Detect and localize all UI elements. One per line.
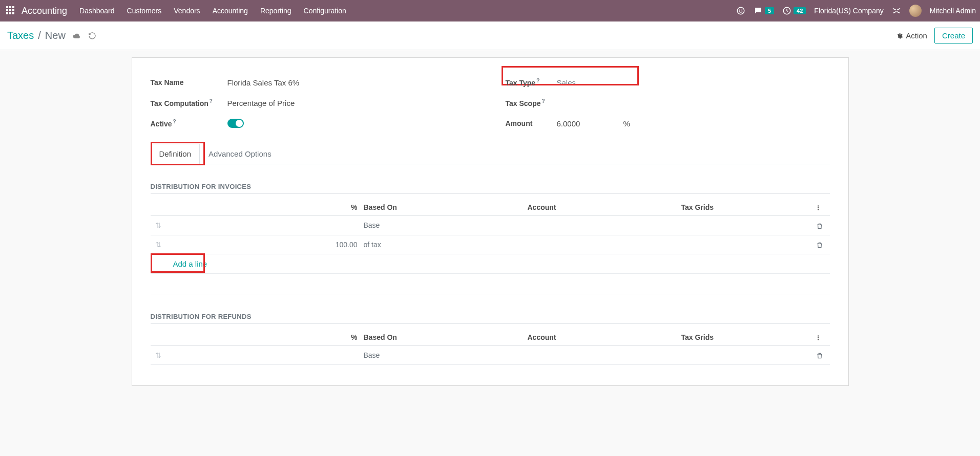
trash-icon[interactable]: [816, 241, 823, 249]
nav-item-reporting[interactable]: Reporting: [260, 7, 291, 15]
settings-icon[interactable]: [812, 203, 820, 211]
svg-point-0: [737, 7, 744, 14]
col-account: Account: [525, 199, 678, 216]
field-amount: Amount 6.0000 %: [506, 113, 830, 134]
company-selector[interactable]: Florida(US) Company: [814, 7, 883, 15]
activities-button[interactable]: 42: [782, 6, 806, 15]
nav-item-accounting[interactable]: Accounting: [213, 7, 248, 15]
col-tax-grids: Tax Grids: [678, 329, 809, 346]
field-tax-name: Tax Name Florida Sales Tax 6%: [151, 72, 475, 93]
cell-based-on[interactable]: of tax: [361, 235, 525, 254]
amount-unit: %: [623, 119, 630, 128]
avatar[interactable]: [909, 5, 922, 17]
create-button[interactable]: Create: [934, 28, 973, 44]
tax-computation-value[interactable]: Percentage of Price: [227, 99, 295, 107]
table-row[interactable]: ⇅ Base: [151, 216, 830, 235]
cell-tax-grids[interactable]: [678, 235, 809, 254]
svg-point-9: [817, 339, 818, 340]
drag-handle-icon[interactable]: ⇅: [155, 241, 161, 249]
control-panel-right: Action Create: [896, 28, 973, 44]
help-icon[interactable]: ?: [542, 98, 545, 104]
app-brand[interactable]: Accounting: [22, 6, 67, 16]
tax-type-value[interactable]: Sales: [557, 78, 576, 87]
svg-point-7: [817, 336, 818, 337]
active-toggle[interactable]: [227, 119, 244, 128]
drag-handle-icon[interactable]: ⇅: [155, 221, 161, 229]
breadcrumb-current: New: [45, 30, 66, 41]
amount-label: Amount: [506, 119, 557, 127]
field-tax-computation: Tax Computation? Percentage of Price: [151, 93, 475, 113]
cell-tax-grids[interactable]: [678, 216, 809, 235]
cell-account[interactable]: [525, 346, 678, 365]
section-header-refunds: DISTRIBUTION FOR REFUNDS: [151, 313, 830, 324]
cell-account[interactable]: [525, 216, 678, 235]
cell-percent[interactable]: [166, 216, 361, 235]
add-line-row: Add a line: [151, 254, 830, 273]
undo-icon[interactable]: [88, 31, 96, 40]
col-account: Account: [525, 329, 678, 346]
nav-item-dashboard[interactable]: Dashboard: [79, 7, 115, 15]
add-line-link[interactable]: Add a line: [151, 254, 830, 273]
svg-point-2: [742, 10, 742, 10]
support-icon[interactable]: [736, 6, 745, 15]
svg-point-6: [817, 209, 818, 210]
tax-computation-label: Tax Computation?: [151, 98, 227, 107]
tax-type-label: Tax Type?: [506, 78, 557, 87]
form-col-left: Tax Name Florida Sales Tax 6% Tax Comput…: [151, 72, 475, 134]
tax-name-value[interactable]: Florida Sales Tax 6%: [227, 78, 300, 87]
svg-point-5: [817, 207, 818, 208]
settings-icon[interactable]: [812, 333, 820, 341]
breadcrumb: Taxes / New: [7, 30, 96, 41]
drag-handle-icon[interactable]: ⇅: [155, 351, 161, 359]
col-percent: %: [166, 199, 361, 216]
amount-value[interactable]: 6.0000: [557, 119, 623, 128]
col-based-on: Based On: [361, 199, 525, 216]
form-grid: Tax Name Florida Sales Tax 6% Tax Comput…: [151, 72, 830, 134]
tax-scope-label: Tax Scope?: [506, 98, 557, 107]
apps-icon[interactable]: [6, 6, 15, 15]
activities-badge: 42: [794, 7, 806, 14]
nav-menu: Dashboard Customers Vendors Accounting R…: [79, 7, 346, 15]
col-handle: [151, 199, 166, 216]
nav-item-customers[interactable]: Customers: [127, 7, 162, 15]
messages-button[interactable]: 5: [754, 6, 774, 15]
table-row[interactable]: ⇅ 100.00 of tax: [151, 235, 830, 254]
svg-point-4: [817, 206, 818, 207]
active-label: Active?: [151, 119, 227, 128]
tab-definition[interactable]: Definition: [151, 144, 200, 164]
cell-percent[interactable]: [166, 346, 361, 365]
form-col-right: Tax Type? Sales Tax Scope? Amount 6.0000…: [506, 72, 830, 134]
debug-icon[interactable]: [892, 6, 901, 15]
trash-icon[interactable]: [816, 221, 823, 229]
trash-icon[interactable]: [816, 351, 823, 359]
form-sheet: Tax Name Florida Sales Tax 6% Tax Comput…: [132, 57, 849, 386]
nav-right: 5 42 Florida(US) Company Mitchell Admin: [736, 5, 976, 17]
tabs: Definition Advanced Options: [151, 144, 830, 164]
nav-item-configuration[interactable]: Configuration: [304, 7, 346, 15]
table-row[interactable]: ⇅ Base: [151, 346, 830, 365]
breadcrumb-separator: /: [38, 30, 41, 41]
help-icon[interactable]: ?: [210, 98, 213, 104]
user-menu[interactable]: Mitchell Admin: [930, 7, 976, 15]
messages-badge: 5: [765, 7, 774, 14]
cell-tax-grids[interactable]: [678, 346, 809, 365]
cell-percent[interactable]: 100.00: [166, 235, 361, 254]
cloud-icon[interactable]: [73, 31, 81, 40]
field-active: Active?: [151, 113, 475, 134]
control-panel: Taxes / New Action Create: [0, 21, 980, 50]
tab-advanced-options[interactable]: Advanced Options: [200, 144, 280, 164]
svg-point-1: [739, 10, 740, 10]
col-percent: %: [166, 329, 361, 346]
nav-item-vendors[interactable]: Vendors: [174, 7, 200, 15]
refunds-table: % Based On Account Tax Grids ⇅ Base: [151, 329, 830, 365]
breadcrumb-root[interactable]: Taxes: [7, 30, 34, 41]
cell-based-on[interactable]: Base: [361, 346, 525, 365]
help-icon[interactable]: ?: [173, 119, 176, 124]
help-icon[interactable]: ?: [536, 78, 539, 83]
tax-name-label: Tax Name: [151, 78, 227, 86]
main-scroll-area[interactable]: Tax Name Florida Sales Tax 6% Tax Comput…: [0, 50, 980, 456]
cell-account[interactable]: [525, 235, 678, 254]
action-dropdown[interactable]: Action: [896, 31, 927, 40]
svg-point-8: [817, 337, 818, 338]
cell-based-on[interactable]: Base: [361, 216, 525, 235]
